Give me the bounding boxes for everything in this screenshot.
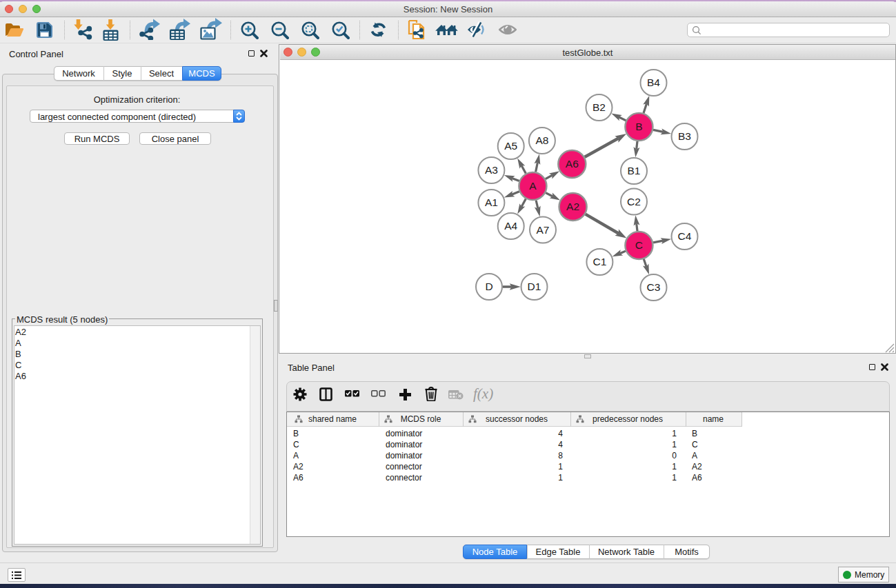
svg-text:C2: C2 [627,196,641,207]
svg-text:A2: A2 [566,201,579,212]
svg-text:B2: B2 [593,101,606,113]
svg-text:A1: A1 [485,196,498,208]
svg-text:A7: A7 [537,224,550,236]
svg-text:C1: C1 [593,256,606,267]
svg-text:B4: B4 [647,77,660,88]
svg-text:C: C [635,239,643,251]
svg-text:B3: B3 [678,130,691,142]
svg-text:A3: A3 [485,164,498,176]
svg-text:A5: A5 [504,140,517,152]
svg-text:A6: A6 [566,158,579,170]
svg-text:C4: C4 [678,230,692,242]
svg-text:B: B [635,121,642,132]
svg-text:A8: A8 [535,134,548,146]
svg-text:C3: C3 [647,281,661,293]
svg-text:D1: D1 [528,281,541,292]
svg-text:A: A [529,180,537,192]
svg-text:B1: B1 [628,165,641,176]
svg-text:A4: A4 [504,220,517,232]
svg-text:D: D [485,281,492,292]
